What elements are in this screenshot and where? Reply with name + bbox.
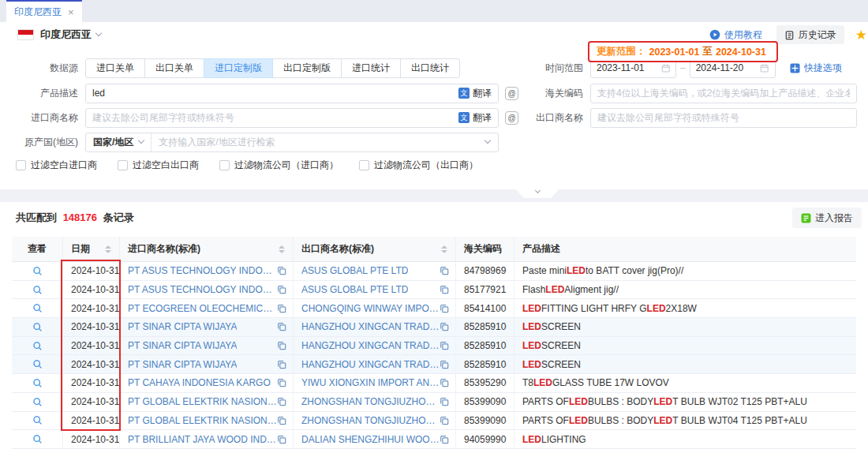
data-source-tab[interactable]: 出口统计: [400, 58, 460, 78]
filter-checkbox[interactable]: 过滤物流公司（出口商）: [359, 159, 478, 172]
exporter-link[interactable]: ASUS GLOBAL PTE LTD: [301, 265, 408, 276]
translate-icon[interactable]: 文: [458, 112, 470, 123]
view-detail-icon[interactable]: [32, 341, 43, 351]
importer-link[interactable]: PT SINAR CIPTA WIJAYA: [128, 321, 237, 332]
copy-icon[interactable]: [277, 322, 293, 331]
data-source-tab[interactable]: 进口统计: [341, 58, 401, 78]
importer-link[interactable]: PT ASUS TECHNOLOGY INDONESIA BA...: [128, 284, 277, 295]
table-row: 2024-10-31 PT ASUS TECHNOLOGY INDONESIA …: [12, 281, 856, 300]
filter-checkbox[interactable]: 过滤空白出口商: [118, 159, 199, 172]
results-panel: 共匹配到 148176 条记录 进入报告 查看日期进口商名称(标准)出口商名称(…: [0, 202, 868, 449]
chevron-down-icon[interactable]: [95, 30, 102, 36]
view-detail-icon[interactable]: [32, 378, 43, 388]
hs-code-input[interactable]: [597, 88, 850, 99]
sort-icon[interactable]: [441, 245, 447, 253]
view-detail-icon[interactable]: [32, 266, 43, 276]
translate-button[interactable]: 翻译: [473, 111, 492, 125]
copy-icon[interactable]: [440, 285, 455, 294]
copy-icon[interactable]: [440, 360, 455, 369]
column-header[interactable]: 出口商名称(标准): [294, 237, 456, 261]
exporter-input[interactable]: [597, 112, 850, 123]
copy-icon[interactable]: [440, 266, 455, 275]
copy-icon[interactable]: [440, 378, 455, 387]
copy-icon[interactable]: [277, 304, 293, 313]
column-header[interactable]: 日期: [63, 237, 120, 261]
exporter-link[interactable]: ASUS GLOBAL PTE LTD: [301, 284, 408, 295]
importer-link[interactable]: PT CAHAYA INDONESIA KARGO: [128, 377, 271, 388]
table-row: 2024-10-31 PT CAHAYA INDONESIA KARGO YIW…: [12, 374, 856, 393]
copy-icon[interactable]: [277, 341, 293, 350]
copy-icon[interactable]: [440, 322, 455, 331]
copy-icon[interactable]: [277, 378, 293, 387]
importer-link[interactable]: PT GLOBAL ELEKTRIK NASIONAL: [128, 396, 277, 407]
favorite-star-icon[interactable]: ★: [855, 27, 867, 43]
copy-icon[interactable]: [277, 360, 293, 369]
checkbox-icon[interactable]: [219, 160, 230, 170]
tutorial-button[interactable]: 使用教程: [709, 28, 762, 42]
close-icon[interactable]: ×: [68, 6, 74, 18]
cell-product-desc: PARTS OF LED BULBS : BODY LED T BULB WJT…: [514, 393, 856, 411]
copy-icon[interactable]: [277, 435, 293, 444]
copy-icon[interactable]: [440, 435, 455, 444]
history-button[interactable]: 历史记录: [776, 25, 844, 44]
update-range-start: 2023-01-01: [649, 47, 700, 58]
view-detail-icon[interactable]: [32, 285, 43, 295]
origin-type-select[interactable]: 国家/地区: [86, 133, 152, 152]
exporter-link[interactable]: ZHONGSHAN TONGJIUZHOU INTERNA...: [301, 415, 440, 426]
checkbox-icon[interactable]: [118, 160, 128, 170]
importer-link[interactable]: PT ECOGREEN OLEOCHEMICALS: [128, 303, 277, 314]
update-range-to: 至: [702, 45, 713, 58]
copy-icon[interactable]: [440, 416, 455, 425]
column-header[interactable]: 进口商名称(标准): [120, 237, 294, 261]
checkbox-icon[interactable]: [16, 160, 26, 170]
view-detail-icon[interactable]: [32, 397, 43, 407]
view-detail-icon[interactable]: [32, 359, 43, 369]
importer-link[interactable]: PT SINAR CIPTA WIJAYA: [128, 340, 237, 351]
importer-link[interactable]: PT SINAR CIPTA WIJAYA: [128, 359, 237, 370]
exporter-link[interactable]: CHONGQING WINWAY IMPORT AND E...: [301, 303, 440, 314]
product-desc-input[interactable]: [92, 88, 458, 99]
data-source-tab[interactable]: 进口定制版: [204, 58, 273, 78]
copy-icon[interactable]: [440, 341, 455, 350]
translate-button[interactable]: 翻译: [473, 87, 492, 100]
origin-label: 原产国(地区): [3, 136, 78, 149]
importer-link[interactable]: PT BRILLIANT JAYA WOOD INDUSTRY: [128, 434, 277, 445]
exporter-link[interactable]: HANGZHOU XINGCAN TRADING CO LTD: [301, 321, 440, 332]
filter-checkbox[interactable]: 过滤物流公司（进口商）: [219, 159, 339, 172]
cell-product-desc: LED FITTING LIGHT HRFY G LED 2X18W: [514, 299, 856, 317]
cell-date: 2024-10-31: [63, 412, 120, 430]
data-source-tab[interactable]: 出口关单: [144, 58, 204, 78]
quick-options-button[interactable]: 快捷选项: [790, 62, 842, 75]
importer-link[interactable]: PT ASUS TECHNOLOGY INDONESIA BA...: [128, 265, 277, 276]
view-detail-icon[interactable]: [32, 415, 43, 425]
enter-report-button[interactable]: 进入报告: [792, 208, 862, 228]
country-page-tab[interactable]: 印度尼西亚 ×: [6, 0, 82, 22]
exporter-link[interactable]: HANGZHOU XINGCAN TRADING CO LTD: [301, 359, 440, 370]
copy-icon[interactable]: [440, 397, 455, 406]
view-detail-icon[interactable]: [32, 322, 43, 332]
copy-icon[interactable]: [277, 266, 293, 275]
filter-checkbox[interactable]: 过滤空白进口商: [16, 159, 97, 172]
exporter-link[interactable]: YIWU XIONGXIN IMPORT AND EXPORT...: [301, 377, 440, 388]
checkbox-icon[interactable]: [359, 160, 369, 170]
copy-icon[interactable]: [440, 304, 455, 313]
exporter-link[interactable]: DALIAN SHENGZHIHUI WOOD INDUST...: [301, 434, 440, 445]
exporter-link[interactable]: ZHONGSHAN TONGJIUZHOU INTERNA...: [301, 396, 440, 407]
translate-icon[interactable]: 文: [458, 88, 470, 99]
importer-input[interactable]: [92, 112, 458, 123]
importer-link[interactable]: PT GLOBAL ELEKTRIK NASIONAL: [128, 415, 277, 426]
sort-icon[interactable]: [105, 245, 111, 253]
copy-icon[interactable]: [277, 397, 293, 406]
copy-icon[interactable]: [277, 285, 293, 294]
origin-select-control[interactable]: 国家/地区 支持输入国家/地区进行检索: [85, 133, 499, 152]
sort-icon[interactable]: [279, 245, 285, 253]
product-desc-row: 产品描述 文 翻译 @: [3, 83, 518, 103]
copy-icon[interactable]: [277, 416, 293, 425]
table-row: 2024-10-31 PT GLOBAL ELEKTRIK NASIONAL Z…: [12, 412, 856, 431]
data-source-tab[interactable]: 出口定制版: [272, 58, 342, 78]
view-detail-icon[interactable]: [32, 434, 43, 444]
data-source-tab[interactable]: 进口关单: [85, 58, 145, 78]
table-row: 2024-10-31 PT ECOGREEN OLEOCHEMICALS CHO…: [12, 299, 856, 318]
exporter-link[interactable]: HANGZHOU XINGCAN TRADING CO LTD: [301, 340, 440, 351]
view-detail-icon[interactable]: [32, 303, 43, 313]
